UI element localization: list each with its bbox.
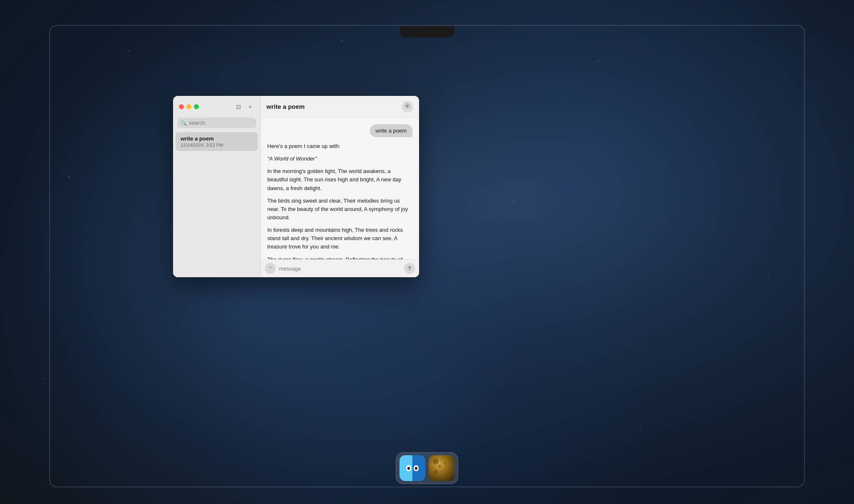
conversation-title: write a poem	[181, 135, 253, 142]
assistant-message: Here's a poem I came up with: "A World o…	[267, 142, 412, 259]
expand-icon: ⌃	[269, 266, 272, 271]
settings-button[interactable]	[402, 101, 413, 113]
user-message: write a poem	[370, 124, 412, 137]
question-icon: ?	[408, 266, 411, 271]
messages-area: write a poem Here's a poem I came up wit…	[261, 118, 419, 259]
poem-stanza-4: The rivers flow, a gentle stream, Reflec…	[267, 256, 412, 259]
finder-icon	[399, 455, 425, 481]
close-button[interactable]	[179, 104, 184, 109]
titlebar-actions: ⊡ +	[234, 103, 254, 111]
new-chat-button[interactable]: +	[246, 103, 254, 111]
poem-stanza-2: The birds sing sweet and clear, Their me…	[267, 197, 412, 222]
poem-stanza-3: In forests deep and mountains high, The …	[267, 226, 412, 251]
notch	[400, 26, 454, 38]
conversation-date: 12/14/2024, 3:52 PM	[181, 143, 253, 148]
response-intro: Here's a poem I came up with:	[267, 142, 412, 150]
page-title: write a poem	[266, 103, 402, 110]
poem-stanza-1: In the morning's golden light, The world…	[267, 167, 412, 192]
help-button[interactable]: ?	[404, 263, 415, 274]
dock	[396, 452, 458, 484]
search-icon: 🔍	[181, 120, 187, 126]
dock-icon-moon[interactable]	[429, 455, 455, 481]
sidebar-toggle-icon: ⊡	[236, 103, 241, 110]
svg-point-0	[407, 105, 408, 107]
minimize-button[interactable]	[186, 104, 191, 109]
input-area: ⌃ ?	[261, 259, 419, 277]
sidebar-toggle-button[interactable]: ⊡	[234, 103, 243, 111]
maximize-button[interactable]	[194, 104, 199, 109]
search-input[interactable]	[189, 120, 253, 126]
titlebar: ⊡ +	[173, 96, 260, 118]
new-chat-icon: +	[249, 103, 252, 110]
sidebar: ⊡ + 🔍 write a poem 12/14/2024, 3:52 PM	[173, 96, 261, 277]
list-item[interactable]: write a poem 12/14/2024, 3:52 PM	[176, 132, 258, 151]
poem-title: "A World of Wonder"	[267, 155, 412, 163]
expand-button[interactable]: ⌃	[265, 263, 276, 274]
message-input[interactable]	[279, 266, 401, 272]
search-bar[interactable]: 🔍	[177, 118, 256, 128]
main-header: write a poem	[261, 96, 419, 118]
macbook-frame	[49, 25, 805, 487]
dock-icon-finder[interactable]	[399, 455, 425, 481]
traffic-lights	[179, 104, 199, 109]
gear-icon	[404, 103, 410, 110]
conversation-list: write a poem 12/14/2024, 3:52 PM	[173, 131, 260, 277]
app-window: ⊡ + 🔍 write a poem 12/14/2024, 3:52 PM w…	[173, 96, 419, 277]
main-content: write a poem write a poem Here's a poem …	[261, 96, 419, 277]
